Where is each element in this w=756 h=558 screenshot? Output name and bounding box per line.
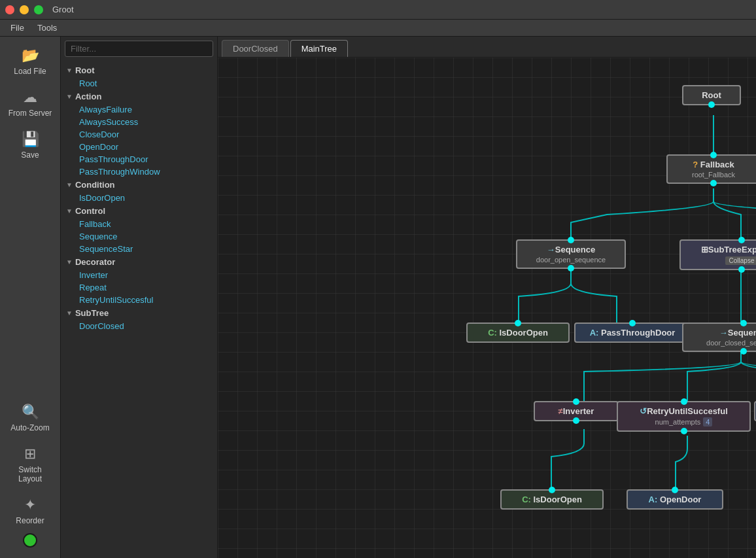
root-port-bottom <box>708 101 715 108</box>
tree-item-passthroughdoor[interactable]: PassThroughDoor <box>61 153 217 166</box>
retry-port-top <box>681 398 687 405</box>
isdoor2-title: C: IsDoorOpen <box>508 495 596 504</box>
fallback-title: ? Fallback <box>674 160 753 169</box>
tree-category-decorator[interactable]: Decorator <box>61 255 217 269</box>
retry-param-name: num_attempts <box>655 418 701 426</box>
opendoor-title: A: OpenDoor <box>634 495 715 504</box>
passdoor1-port-top <box>629 320 636 326</box>
fallback-port-bottom <box>710 180 717 186</box>
tree-category-action[interactable]: Action <box>61 90 217 103</box>
tree-item-sequence[interactable]: Sequence <box>61 230 217 243</box>
node-fallback[interactable]: ? Fallback root_Fallback <box>666 154 756 184</box>
switch-layout-button[interactable]: ⊞ Switch Layout <box>5 440 56 489</box>
load-file-button[interactable]: 📂 Load File <box>5 42 56 81</box>
tree-item-alwaysfailure[interactable]: AlwaysFailure <box>61 103 217 116</box>
canvas-area: DoorClosed MainTree <box>218 37 756 558</box>
tree-category-root[interactable]: Root <box>61 63 217 77</box>
isdoor2-port-top <box>549 487 555 493</box>
subtree-port-bottom <box>738 266 745 273</box>
tree-item-doorclosed[interactable]: DoorClosed <box>61 320 217 332</box>
reorder-icon: ✦ <box>24 497 36 514</box>
seq2-title: →Sequence <box>690 328 756 338</box>
root-title: Root <box>690 90 733 100</box>
tree-category-condition[interactable]: Condition <box>61 178 217 192</box>
minimize-button[interactable] <box>20 5 29 14</box>
tree-item-inverter[interactable]: Inverter <box>61 269 217 281</box>
isdoor1-port-top <box>515 320 521 326</box>
auto-zoom-label: Auto-Zoom <box>10 423 49 432</box>
node-open-door[interactable]: A: OpenDoor <box>627 489 723 510</box>
maximize-button[interactable] <box>34 5 43 14</box>
from-server-button[interactable]: ☁ From Server <box>5 84 56 123</box>
connections-svg <box>218 58 756 558</box>
switch-layout-icon: ⊞ <box>24 445 36 462</box>
tree-item-retryuntilsuccesful[interactable]: RetryUntilSuccesful <box>61 294 217 306</box>
menu-tools[interactable]: Tools <box>31 22 63 34</box>
seq1-port-bottom <box>568 265 574 271</box>
tree-category-control[interactable]: Control <box>61 204 217 218</box>
retry-port-bottom <box>681 428 687 434</box>
passdoor1-title: A: PassThroughDoor <box>582 328 683 338</box>
seq1-port-top <box>568 237 574 243</box>
canvas[interactable]: Root ? Fallback root_Fallback →Sequence … <box>218 58 756 558</box>
retry-param-value: 4 <box>703 417 712 427</box>
inv-title: ≠Inverter <box>541 406 611 416</box>
retry-title: ↺RetryUntilSuccesful <box>625 406 743 416</box>
from-server-icon: ☁ <box>23 89 37 106</box>
load-file-label: Load File <box>14 67 46 76</box>
collapse-button[interactable]: Collapse <box>725 256 756 265</box>
tree-item-opendoor[interactable]: OpenDoor <box>61 141 217 153</box>
save-label: Save <box>21 150 39 160</box>
seq2-port-top <box>740 320 747 326</box>
seq1-label: door_open_sequence <box>524 256 618 264</box>
menu-file[interactable]: File <box>4 22 31 34</box>
node-is-door-open2[interactable]: C: IsDoorOpen <box>500 489 604 510</box>
tree-item-sequencestar[interactable]: SequenceStar <box>61 243 217 255</box>
auto-zoom-icon: 🔍 <box>22 404 39 421</box>
save-icon: 💾 <box>22 131 39 148</box>
subtree-port-top <box>738 237 745 243</box>
status-indicator <box>23 533 37 548</box>
from-server-label: From Server <box>9 109 52 118</box>
node-tree: RootRootActionAlwaysFailureAlwaysSuccess… <box>61 61 217 558</box>
filter-input[interactable] <box>65 41 213 57</box>
tree-item-passthroughwindow[interactable]: PassThroughWindow <box>61 166 217 178</box>
tree-item-closedoor[interactable]: CloseDoor <box>61 128 217 141</box>
subtree-title: ⊞SubTreeExpanded <box>687 245 756 254</box>
toolbar: 📂 Load File ☁ From Server 💾 Save 🔍 Auto-… <box>0 37 61 558</box>
titlebar: Groot <box>0 0 756 20</box>
seq2-label: door_closed_sequence <box>690 339 756 347</box>
switch-layout-label: Switch Layout <box>7 465 53 483</box>
close-button[interactable] <box>5 5 14 14</box>
node-is-door-open1[interactable]: C: IsDoorOpen <box>466 323 570 343</box>
isdoor1-title: C: IsDoorOpen <box>474 328 562 338</box>
node-palette: RootRootActionAlwaysFailureAlwaysSuccess… <box>61 37 218 558</box>
node-inverter[interactable]: ≠Inverter <box>534 401 619 421</box>
menubar: File Tools <box>0 20 756 37</box>
fallback-label: root_Fallback <box>674 171 753 179</box>
tab-bar: DoorClosed MainTree <box>218 37 756 58</box>
reorder-label: Reorder <box>16 516 44 525</box>
tree-item-alwayssuccess[interactable]: AlwaysSuccess <box>61 116 217 128</box>
node-sequence1[interactable]: →Sequence door_open_sequence <box>516 239 626 269</box>
auto-zoom-button[interactable]: 🔍 Auto-Zoom <box>5 398 56 438</box>
node-retry[interactable]: ↺RetryUntilSuccesful num_attempts 4 <box>617 401 751 432</box>
node-root[interactable]: Root <box>682 85 741 105</box>
load-file-icon: 📂 <box>22 47 39 64</box>
tree-item-repeat[interactable]: Repeat <box>61 281 217 294</box>
save-button[interactable]: 💾 Save <box>5 126 56 165</box>
reorder-button[interactable]: ✦ Reorder <box>5 491 56 531</box>
node-subtree[interactable]: ⊞SubTreeExpanded Collapse <box>679 239 756 270</box>
main-layout: 📂 Load File ☁ From Server 💾 Save 🔍 Auto-… <box>0 37 756 558</box>
tab-doorclosed[interactable]: DoorClosed <box>222 40 289 57</box>
node-sequence2[interactable]: →Sequence door_closed_sequence <box>682 323 756 352</box>
tree-category-subtree[interactable]: SubTree <box>61 306 217 320</box>
tree-item-isdooropen[interactable]: IsDoorOpen <box>61 192 217 204</box>
tree-item-root[interactable]: Root <box>61 77 217 90</box>
inv-port-bottom <box>573 417 579 424</box>
tree-item-fallback[interactable]: Fallback <box>61 218 217 230</box>
tab-maintree[interactable]: MainTree <box>290 40 348 57</box>
opendoor-port-top <box>672 487 678 493</box>
seq1-title: →Sequence <box>524 245 618 254</box>
node-pass-door1[interactable]: A: PassThroughDoor <box>574 323 691 343</box>
